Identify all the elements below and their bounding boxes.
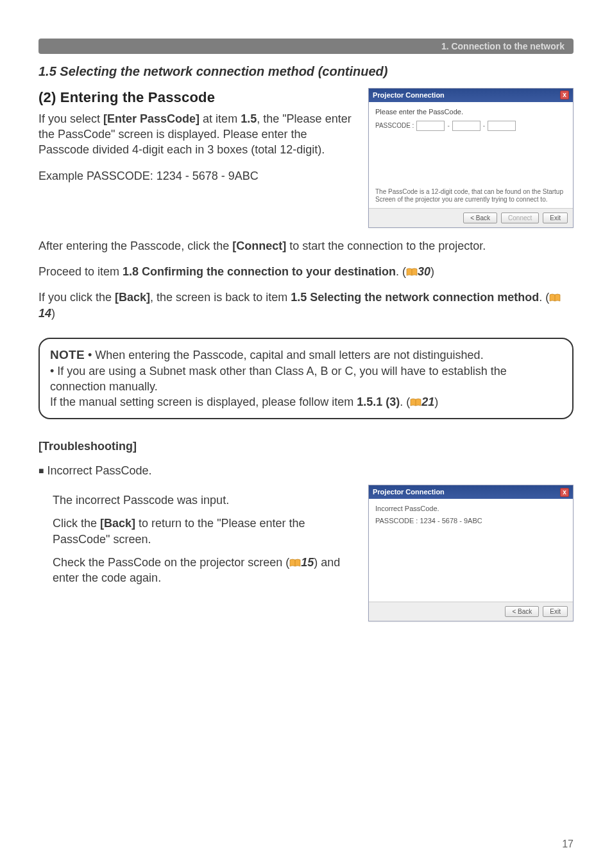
dialog-prompt: Please enter the PassCode. <box>375 107 566 117</box>
note-line-2: • If you are using a Subnet mask other t… <box>50 363 562 395</box>
passcode-label: PASSCODE : <box>375 121 414 130</box>
book-icon <box>406 268 418 277</box>
book-icon <box>549 293 561 302</box>
bullet-text: Incorrect PassCode. <box>47 464 151 477</box>
sub-heading: (2) Entering the Passcode <box>38 88 353 107</box>
enter-passcode-label: [Enter PassCode] <box>103 112 200 125</box>
book-icon <box>410 398 421 407</box>
trouble-p3: Check the PassCode on the projector scre… <box>53 555 353 586</box>
text: Proceed to item <box>38 265 123 278</box>
back-button[interactable]: < Back <box>463 213 497 223</box>
passcode-box-3[interactable] <box>488 121 516 131</box>
page-number: 17 <box>562 837 574 851</box>
trouble-p1: The incorrect Passcode was input. <box>53 492 353 508</box>
exit-button[interactable]: Exit <box>543 213 568 223</box>
chapter-header-bar: 1. Connection to the network <box>38 39 574 54</box>
close-icon[interactable]: x <box>560 91 569 100</box>
item-ref-1_8: 1.8 Confirming the connection to your de… <box>123 265 396 278</box>
dialog-titlebar: Projector Connection x <box>369 89 573 102</box>
text: at item <box>200 112 241 125</box>
close-icon[interactable]: x <box>560 488 569 497</box>
text: ) <box>51 307 55 320</box>
item-ref: 1.5 <box>241 112 257 125</box>
dialog-error-line: Incorrect PassCode. <box>375 504 566 514</box>
passcode-input-row: PASSCODE : - - <box>375 121 566 131</box>
text: If you click the <box>38 291 115 304</box>
text: . ( <box>400 395 410 408</box>
text: ) <box>434 395 438 408</box>
page-ref: 30 <box>418 265 430 278</box>
page-ref: 14 <box>38 307 51 320</box>
text: If the manual setting screen is displaye… <box>50 395 357 408</box>
note-box: NOTE • When entering the Passcode, capit… <box>38 338 574 419</box>
passcode-dialog: Projector Connection x Please enter the … <box>368 88 574 228</box>
connect-button[interactable]: Connect <box>501 213 539 223</box>
note-label: NOTE <box>50 348 85 361</box>
connect-label: [Connect] <box>232 239 286 252</box>
after-entering-paragraph: After entering the Passcode, click the [… <box>38 238 574 254</box>
text: Click the <box>53 517 100 530</box>
troubleshooting-heading: [Troubleshooting] <box>38 438 574 454</box>
back-label: [Back] <box>100 517 135 530</box>
trouble-p2: Click the [Back] to return to the "Pleas… <box>53 516 353 547</box>
back-paragraph: If you click the [Back], the screen is b… <box>38 290 574 321</box>
dialog-title-text: Projector Connection <box>373 91 445 100</box>
back-button[interactable]: < Back <box>505 606 539 617</box>
page-ref: 15 <box>301 556 314 569</box>
item-ref-1_5: 1.5 Selecting the network connection met… <box>291 291 539 304</box>
square-bullet-icon: ■ <box>38 465 44 476</box>
text: After entering the Passcode, click the <box>38 239 232 252</box>
exit-button[interactable]: Exit <box>543 606 568 617</box>
note-line-1: • When entering the Passcode, capital an… <box>85 349 484 361</box>
passcode-box-2[interactable] <box>452 121 480 131</box>
text: . ( <box>396 265 406 278</box>
note-line-3: If the manual setting screen is displaye… <box>50 394 562 410</box>
example-passcode-line: Example PASSCODE: 1234 - 5678 - 9ABC <box>38 168 353 184</box>
bullet-incorrect-passcode: ■ Incorrect PassCode. <box>38 463 574 478</box>
dialog-footnote: The PassCode is a 12-digit code, that ca… <box>369 186 573 208</box>
text: . ( <box>539 291 549 304</box>
text: If you select <box>38 112 103 125</box>
intro-paragraph: If you select [Enter PassCode] at item 1… <box>38 111 353 158</box>
dialog-titlebar: Projector Connection x <box>369 485 573 499</box>
text: to start the connection to the projector… <box>286 239 486 252</box>
chapter-title: 1. Connection to the network <box>441 40 565 53</box>
incorrect-passcode-dialog: Projector Connection x Incorrect PassCod… <box>368 485 574 621</box>
text: ) <box>430 265 434 278</box>
back-label: [Back] <box>115 291 150 304</box>
section-heading: 1.5 Selecting the network connection met… <box>38 63 574 80</box>
text: , the screen is back to item <box>150 291 291 304</box>
proceed-paragraph: Proceed to item 1.8 Confirming the conne… <box>38 264 574 279</box>
book-icon <box>289 559 301 568</box>
dialog-passcode-line: PASSCODE : 1234 - 5678 - 9ABC <box>375 516 566 526</box>
dash-icon: - <box>483 121 485 130</box>
page-ref: 21 <box>421 395 434 408</box>
text: Check the PassCode on the projector scre… <box>53 556 289 569</box>
item-ref-1_5_1: 1.5.1 (3) <box>357 395 400 408</box>
dialog-title-text: Projector Connection <box>373 487 445 497</box>
dash-icon: - <box>447 121 449 130</box>
passcode-box-1[interactable] <box>416 121 445 131</box>
